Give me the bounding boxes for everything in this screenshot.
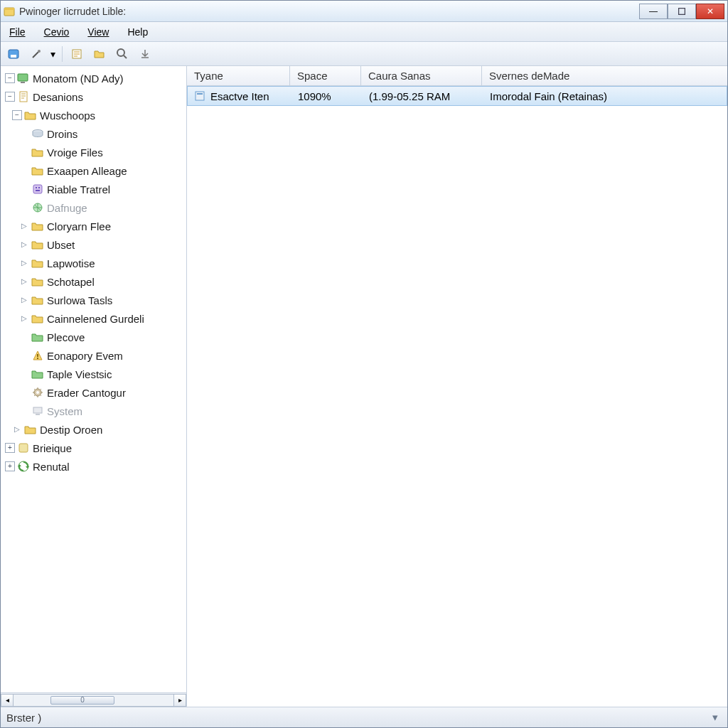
svg-rect-21: [33, 407, 42, 413]
status-text: Brster ): [6, 712, 41, 724]
cell-space: 1090%: [298, 90, 331, 102]
folder-icon: [24, 424, 37, 435]
tree-node-droins[interactable]: Droins: [19, 124, 186, 143]
close-button[interactable]: ✕: [696, 4, 724, 19]
svg-rect-26: [197, 93, 203, 95]
tree-node-renutal[interactable]: + Renutal: [5, 457, 186, 476]
svg-point-20: [36, 391, 39, 394]
minimize-icon: —: [649, 6, 658, 16]
document-icon: [17, 91, 30, 102]
menu-cevio[interactable]: Cevio: [40, 25, 74, 39]
folder-icon: [31, 257, 44, 269]
wand-icon: [31, 48, 42, 60]
tree-node-surlowa[interactable]: ▷Surlowa Tasls: [19, 291, 186, 309]
tree-node-riable[interactable]: Riable Tratrel: [19, 180, 186, 198]
warning-icon: [31, 350, 44, 361]
column-header-caura[interactable]: Caura Sanas: [361, 66, 482, 85]
svg-rect-10: [20, 92, 27, 102]
window-title: Pwinoger Iicrrudet Lible:: [19, 6, 639, 17]
tree-node-plecove[interactable]: Plecove: [19, 328, 186, 346]
tree-node-wuschoops[interactable]: − Wuschoops: [12, 106, 186, 124]
gear-icon: [31, 387, 44, 398]
column-header-tyane[interactable]: Tyane: [187, 66, 290, 85]
tree-node-lapwotise[interactable]: ▷Lapwotise: [19, 254, 186, 272]
column-header-svernes[interactable]: Svernes deMade: [482, 66, 727, 85]
tree-node-schotapel[interactable]: ▷Schotapel: [19, 272, 186, 291]
list-row[interactable]: Esactve Iten 1090% (1.99-05.25 RAM Imoro…: [187, 86, 727, 106]
search-icon: [116, 48, 129, 60]
expander-icon[interactable]: +: [5, 443, 15, 453]
tree-node-destip[interactable]: ▷Destip Oroen: [12, 420, 186, 439]
column-header-space[interactable]: Space: [290, 66, 361, 85]
toolbar-button-2[interactable]: [28, 46, 45, 63]
tree-node-exaapen[interactable]: Exaapen Alleage: [19, 161, 186, 180]
folder-green-icon: [31, 368, 44, 380]
tree-node-desanions[interactable]: − Desanions: [5, 87, 186, 106]
svg-rect-23: [19, 444, 28, 452]
cell-name: Esactve Iten: [210, 90, 269, 102]
tree-node-erader[interactable]: Erader Cantogur: [19, 383, 186, 402]
expander-icon[interactable]: +: [5, 461, 15, 471]
toolbar-button-1[interactable]: [5, 46, 22, 63]
menu-help[interactable]: Help: [123, 25, 152, 39]
toolbar-button-4[interactable]: [91, 46, 108, 63]
chevron-icon[interactable]: ▷: [19, 221, 29, 231]
tree-node-dafnuge[interactable]: Dafnuge: [19, 198, 186, 217]
toolbar-button-3[interactable]: [68, 46, 85, 63]
drive-icon: [31, 128, 44, 139]
tree-node-system[interactable]: System: [19, 402, 186, 420]
tree-node-vroige[interactable]: Vroige Files: [19, 143, 186, 161]
expander-icon[interactable]: −: [5, 73, 15, 83]
menu-view[interactable]: View: [83, 25, 113, 39]
chevron-icon[interactable]: ▷: [19, 314, 29, 323]
download-icon: [139, 48, 151, 60]
maximize-icon: [678, 8, 685, 15]
tree-horizontal-scrollbar[interactable]: ◂ 0 ▸: [1, 692, 186, 707]
scroll-right-button[interactable]: ▸: [173, 694, 186, 707]
scroll-thumb[interactable]: 0: [50, 696, 114, 705]
chevron-icon[interactable]: ▷: [19, 295, 29, 305]
cell-svernes: Imorodal Fain (Retainas): [490, 90, 607, 102]
disk-icon: [7, 48, 20, 60]
tree-node-cainnel[interactable]: ▷Cainnelened Gurdeli: [19, 309, 186, 328]
tree-node-eonapory[interactable]: Eonapory Evem: [19, 346, 186, 365]
tag-icon: [17, 442, 30, 454]
chevron-icon[interactable]: ▷: [19, 277, 29, 287]
scroll-track[interactable]: 0: [14, 694, 173, 707]
menu-file[interactable]: File: [5, 25, 30, 39]
folder-icon: [31, 276, 44, 287]
list-rows: Esactve Iten 1090% (1.99-05.25 RAM Imoro…: [187, 86, 727, 707]
svg-rect-13: [36, 187, 37, 188]
folder-icon: [24, 109, 37, 121]
expander-icon[interactable]: −: [12, 110, 22, 120]
tree-node-ubset[interactable]: ▷Ubset: [19, 235, 186, 254]
system-icon: [31, 405, 44, 417]
folder-icon: [31, 165, 44, 176]
dropdown-arrow-icon[interactable]: ▾: [50, 48, 56, 60]
svg-rect-22: [36, 414, 40, 415]
svg-rect-12: [33, 185, 42, 193]
main-split: − Monatom (ND Ady) − Desanions: [1, 66, 727, 707]
tree-node-brieique[interactable]: + Brieique: [5, 439, 186, 457]
status-dropdown[interactable]: ▾: [709, 711, 722, 724]
maximize-button[interactable]: [668, 4, 696, 19]
tree: − Monatom (ND Ady) − Desanions: [1, 66, 186, 692]
svg-rect-14: [38, 187, 40, 188]
app-window: Pwinoger Iicrrudet Lible: — ✕ File Cevio…: [0, 0, 728, 728]
folder-icon: [31, 220, 44, 232]
menubar: File Cevio View Help: [1, 22, 727, 42]
toolbar-button-5[interactable]: [114, 46, 131, 63]
scroll-left-button[interactable]: ◂: [1, 694, 14, 707]
tree-node-cloryarn[interactable]: ▷Cloryarn Flee: [19, 217, 186, 235]
tree-node-monatom[interactable]: − Monatom (ND Ady): [5, 69, 186, 87]
toolbar-button-6[interactable]: [136, 46, 154, 63]
chevron-icon[interactable]: ▷: [19, 240, 29, 250]
tree-node-taple[interactable]: Taple Viestsic: [19, 365, 186, 383]
expander-icon[interactable]: −: [5, 92, 15, 102]
minimize-button[interactable]: —: [639, 4, 668, 19]
chevron-icon[interactable]: ▷: [12, 424, 22, 434]
folder-icon: [31, 294, 44, 306]
svg-rect-8: [18, 74, 28, 81]
svg-rect-18: [37, 358, 38, 359]
chevron-icon[interactable]: ▷: [19, 258, 29, 268]
